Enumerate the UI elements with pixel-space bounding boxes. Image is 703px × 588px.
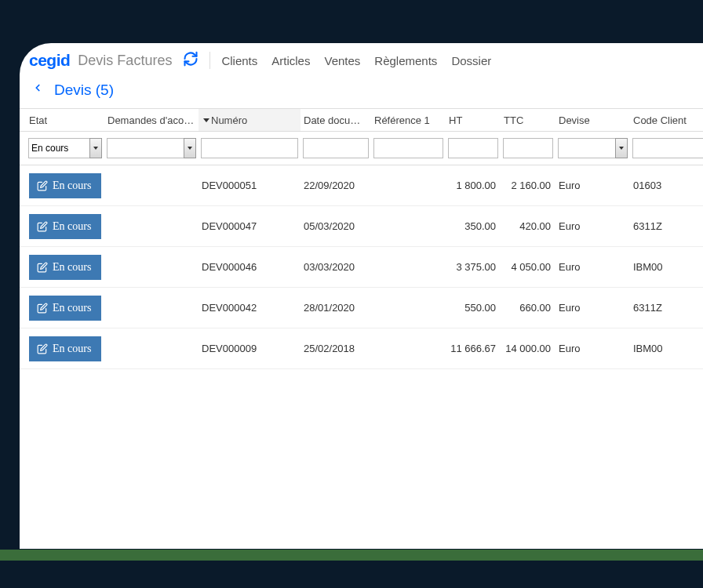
sort-desc-icon: [203, 118, 209, 122]
refresh-icon: [183, 51, 199, 67]
cell-date: 05/03/2020: [301, 220, 371, 232]
cell-ttc: 4 050.00: [501, 261, 555, 273]
table-body: En coursDEV00005122/09/20201 800.002 160…: [20, 165, 703, 369]
status-label: En cours: [53, 261, 91, 274]
filter-demandes-dropdown[interactable]: [184, 138, 196, 158]
divider: [209, 52, 210, 69]
filter-code-client[interactable]: [632, 138, 703, 158]
filter-date[interactable]: [303, 138, 369, 158]
cell-devise: Euro: [555, 220, 630, 232]
cell-numero: DEV000046: [199, 261, 301, 273]
cell-numero: DEV000051: [199, 180, 301, 191]
table-row[interactable]: En coursDEV00004705/03/2020350.00420.00E…: [20, 206, 703, 247]
table-row[interactable]: En coursDEV00004603/03/20203 375.004 050…: [20, 247, 703, 288]
edit-icon: [37, 303, 48, 314]
table-header: Etat Demandes d'acomp… Numéro Date docu……: [20, 108, 703, 132]
cell-numero: DEV000042: [199, 302, 301, 314]
cell-date: 25/02/2018: [301, 343, 371, 354]
cell-code-client: IBM00: [630, 261, 703, 273]
filter-ref1[interactable]: [373, 138, 443, 158]
cell-numero: DEV000009: [199, 343, 301, 354]
cell-devise: Euro: [555, 180, 630, 191]
status-badge[interactable]: En cours: [29, 296, 101, 321]
menu-clients[interactable]: Clients: [221, 54, 257, 67]
cell-ttc: 14 000.00: [501, 343, 555, 354]
col-ttc[interactable]: TTC: [501, 114, 555, 126]
topbar: cegid Devis Factures Clients Articles Ve…: [20, 43, 703, 73]
cell-date: 22/09/2020: [301, 180, 371, 191]
refresh-button[interactable]: [183, 51, 199, 70]
col-ref1[interactable]: Référence 1: [371, 114, 446, 126]
col-etat[interactable]: Etat: [26, 114, 104, 126]
main-menu: Clients Articles Ventes Règlements Dossi…: [221, 54, 491, 67]
cell-code-client: 6311Z: [630, 220, 703, 232]
cell-code-client: 01603: [630, 180, 703, 191]
cell-devise: Euro: [555, 343, 630, 354]
table-row[interactable]: En coursDEV00004228/01/2020550.00660.00E…: [20, 288, 703, 328]
col-ht[interactable]: HT: [446, 114, 501, 126]
status-badge[interactable]: En cours: [29, 173, 101, 198]
cell-ht: 3 375.00: [446, 261, 501, 273]
filter-ttc[interactable]: [503, 138, 553, 158]
filter-devise-dropdown[interactable]: [615, 138, 628, 158]
status-badge[interactable]: En cours: [29, 255, 101, 280]
status-label: En cours: [53, 220, 91, 233]
app-name: Devis Factures: [78, 53, 172, 69]
table-row[interactable]: En coursDEV00005122/09/20201 800.002 160…: [20, 165, 703, 206]
menu-articles[interactable]: Articles: [271, 54, 310, 67]
filter-etat-dropdown[interactable]: [89, 138, 102, 158]
filter-numero[interactable]: [201, 138, 298, 158]
page-title: Devis (5): [54, 82, 114, 99]
edit-icon: [37, 180, 48, 191]
col-numero-label: Numéro: [211, 114, 247, 126]
filter-row: [20, 132, 703, 165]
status-badge[interactable]: En cours: [29, 214, 101, 239]
filter-demandes[interactable]: [107, 138, 196, 158]
col-numero[interactable]: Numéro: [199, 109, 301, 131]
cell-ht: 1 800.00: [446, 180, 501, 191]
menu-reglements[interactable]: Règlements: [374, 54, 437, 67]
menu-dossier[interactable]: Dossier: [451, 54, 491, 67]
edit-icon: [37, 221, 48, 232]
status-label: En cours: [53, 343, 91, 355]
cell-date: 28/01/2020: [301, 302, 371, 314]
cell-ht: 350.00: [446, 220, 501, 232]
filter-ht[interactable]: [448, 138, 498, 158]
breadcrumb: Devis (5): [20, 73, 703, 108]
status-label: En cours: [53, 302, 91, 314]
cell-code-client: IBM00: [630, 343, 703, 354]
cell-date: 03/03/2020: [301, 261, 371, 273]
menu-ventes[interactable]: Ventes: [324, 54, 360, 67]
chevron-left-icon: [32, 81, 43, 95]
brand-logo: cegid: [29, 51, 70, 70]
cell-code-client: 6311Z: [630, 302, 703, 314]
app-window: cegid Devis Factures Clients Articles Ve…: [20, 43, 703, 549]
edit-icon: [37, 262, 48, 273]
col-demandes[interactable]: Demandes d'acomp…: [104, 114, 199, 126]
green-bar: [0, 550, 703, 561]
cell-ttc: 2 160.00: [501, 180, 555, 191]
col-code-client[interactable]: Code Client: [630, 114, 703, 126]
cell-devise: Euro: [555, 261, 630, 273]
status-label: En cours: [53, 180, 91, 192]
status-badge[interactable]: En cours: [29, 336, 101, 361]
cell-ttc: 420.00: [501, 220, 555, 232]
cell-numero: DEV000047: [199, 220, 301, 232]
cell-ttc: 660.00: [501, 302, 555, 314]
col-date[interactable]: Date docu…: [301, 114, 371, 126]
col-devise[interactable]: Devise: [555, 114, 630, 126]
edit-icon: [37, 343, 48, 354]
cell-ht: 11 666.67: [446, 343, 501, 354]
cell-devise: Euro: [555, 302, 630, 314]
back-button[interactable]: [29, 81, 46, 99]
table-row[interactable]: En coursDEV00000925/02/201811 666.6714 0…: [20, 328, 703, 369]
cell-ht: 550.00: [446, 302, 501, 314]
